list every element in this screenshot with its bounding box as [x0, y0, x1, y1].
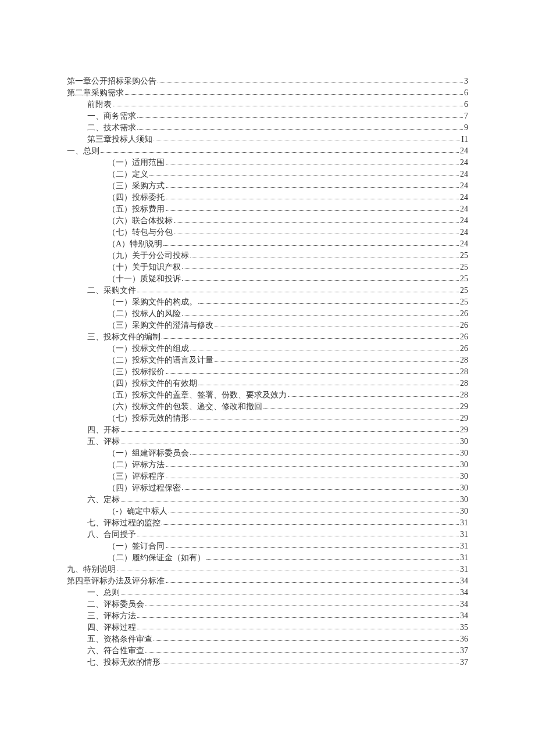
toc-entry-label: （四）投标委托: [108, 192, 165, 203]
toc-entry[interactable]: 二、采购文件25: [67, 285, 468, 296]
toc-entry[interactable]: （四）投标委托24: [67, 192, 468, 203]
toc-container: 第一章公开招标采购公告3第二章采购需求6前附表6一、商务需求7二、技术需求9第三…: [67, 76, 468, 668]
toc-entry[interactable]: （-）确定中标人30: [67, 506, 468, 517]
toc-entry[interactable]: 五、评标30: [67, 436, 468, 447]
toc-entry-label: （二）评标方法: [108, 459, 165, 471]
toc-entry-page: 30: [460, 471, 468, 482]
toc-entry[interactable]: 六、符合性审查37: [67, 645, 468, 657]
toc-entry-label: （-）确定中标人: [108, 506, 167, 517]
toc-entry-page: 24: [460, 192, 468, 203]
toc-entry-page: 36: [460, 633, 468, 645]
toc-entry[interactable]: 一、商务需求7: [67, 110, 468, 122]
toc-entry-label: 五、资格条件审查: [87, 633, 152, 645]
toc-entry[interactable]: （十）关于知识产权25: [67, 261, 468, 273]
toc-entry[interactable]: 一、总则24: [67, 145, 468, 157]
toc-entry[interactable]: 四、开标29: [67, 424, 468, 436]
toc-entry[interactable]: 六、定标30: [67, 494, 468, 506]
toc-entry[interactable]: 八、合同授予31: [67, 529, 468, 540]
toc-leader-dots: [121, 500, 459, 501]
toc-entry[interactable]: （A）特别说明24: [67, 238, 468, 250]
toc-entry[interactable]: 二、技术需求9: [67, 122, 468, 134]
toc-entry-label: （七）转包与分包: [108, 227, 173, 238]
toc-entry[interactable]: （六）投标文件的包装、递交、修改和撤回29: [67, 401, 468, 413]
toc-entry-page: 34: [460, 610, 468, 622]
toc-leader-dots: [166, 465, 459, 467]
toc-entry[interactable]: （三）投标报价28: [67, 366, 468, 378]
toc-leader-dots: [166, 210, 459, 211]
toc-entry[interactable]: 七、投标无效的情形37: [67, 657, 468, 668]
toc-entry[interactable]: （二）投标人的风险26: [67, 308, 468, 320]
toc-entry[interactable]: （三）评标程序30: [67, 471, 468, 482]
toc-entry[interactable]: 第四章评标办法及评分标准34: [67, 575, 468, 587]
toc-entry[interactable]: （九）关于分公司投标25: [67, 250, 468, 261]
toc-entry-page: 30: [460, 436, 468, 447]
toc-entry-label: 第二章采购需求: [67, 87, 124, 99]
toc-leader-dots: [182, 489, 459, 490]
toc-entry[interactable]: （二）评标方法30: [67, 459, 468, 471]
toc-entry-page: 28: [460, 366, 468, 378]
toc-entry-page: 28: [460, 389, 468, 401]
toc-entry-label: 五、评标: [87, 436, 120, 447]
toc-leader-dots: [154, 640, 459, 641]
toc-entry[interactable]: 四、评标过程35: [67, 622, 468, 633]
toc-leader-dots: [206, 558, 459, 560]
toc-entry[interactable]: （五）投标文件的盖章、签署、份数、要求及效力28: [67, 389, 468, 401]
toc-entry[interactable]: （三）采购方式24: [67, 180, 468, 192]
toc-entry[interactable]: （五）投标费用24: [67, 203, 468, 215]
toc-leader-dots: [198, 384, 459, 385]
toc-entry[interactable]: （一）投标文件的组成26: [67, 343, 468, 354]
toc-page: 第一章公开招标采购公告3第二章采购需求6前附表6一、商务需求7二、技术需求9第三…: [0, 0, 535, 756]
toc-entry[interactable]: （七）转包与分包24: [67, 227, 468, 238]
toc-leader-dots: [154, 140, 460, 141]
toc-entry-label: 第三章投标人须知: [87, 134, 152, 145]
toc-entry[interactable]: （一）签订合同31: [67, 540, 468, 552]
toc-entry[interactable]: （二）履约保证金（如有）31: [67, 552, 468, 564]
toc-entry[interactable]: （二）定义24: [67, 169, 468, 180]
toc-entry-page: 29: [460, 424, 468, 436]
toc-leader-dots: [149, 175, 459, 176]
toc-entry[interactable]: 五、资格条件审查36: [67, 633, 468, 645]
toc-entry-page: 34: [460, 575, 468, 587]
toc-entry[interactable]: （七）投标无效的情形29: [67, 413, 468, 424]
toc-entry-page: 25: [460, 273, 468, 285]
toc-leader-dots: [174, 233, 459, 234]
toc-entry-page: 24: [460, 238, 468, 250]
toc-leader-dots: [101, 152, 459, 153]
toc-entry[interactable]: 前附表6: [67, 99, 468, 110]
toc-entry-page: 30: [460, 506, 468, 517]
toc-leader-dots: [125, 94, 463, 95]
toc-entry[interactable]: 三、投标文件的编制26: [67, 331, 468, 343]
toc-entry-label: 七、投标无效的情形: [87, 657, 160, 668]
toc-entry-page: 35: [460, 622, 468, 633]
toc-entry-label: 二、技术需求: [87, 122, 136, 134]
toc-entry[interactable]: （三）采购文件的澄清与修改26: [67, 320, 468, 331]
toc-entry[interactable]: （一）组建评标委员会30: [67, 447, 468, 459]
toc-entry[interactable]: 一、总则34: [67, 587, 468, 599]
toc-entry[interactable]: （六）联合体投标24: [67, 215, 468, 227]
toc-entry-label: 三、评标方法: [87, 610, 136, 622]
toc-entry-label: 八、合同授予: [87, 529, 136, 540]
toc-entry-page: 7: [464, 110, 468, 122]
toc-entry[interactable]: （四）评标过程保密30: [67, 482, 468, 494]
toc-entry[interactable]: （二）投标文件的语言及计量28: [67, 354, 468, 366]
toc-entry[interactable]: （四）投标文件的有效期28: [67, 378, 468, 389]
toc-entry[interactable]: （十一）质疑和投诉25: [67, 273, 468, 285]
toc-entry-label: 九、特别说明: [67, 564, 116, 575]
toc-entry[interactable]: 九、特别说明31: [67, 564, 468, 575]
toc-entry[interactable]: 三、评标方法34: [67, 610, 468, 622]
toc-entry[interactable]: 二、评标委员会34: [67, 599, 468, 610]
toc-entry[interactable]: （一）适用范围24: [67, 157, 468, 169]
toc-entry[interactable]: 第二章采购需求6: [67, 87, 468, 99]
toc-entry-page: 24: [460, 215, 468, 227]
toc-entry[interactable]: 七、评标过程的监控31: [67, 517, 468, 529]
toc-entry-page: 30: [460, 459, 468, 471]
toc-entry-page: 31: [460, 564, 468, 575]
toc-entry-label: （一）投标文件的组成: [108, 343, 189, 354]
toc-entry-label: （二）定义: [108, 169, 148, 180]
toc-entry[interactable]: 第一章公开招标采购公告3: [67, 76, 468, 87]
toc-leader-dots: [263, 407, 459, 409]
toc-entry-label: （九）关于分公司投标: [108, 250, 189, 261]
toc-leader-dots: [117, 570, 459, 571]
toc-entry[interactable]: （一）采购文件的构成。25: [67, 296, 468, 308]
toc-entry[interactable]: 第三章投标人须知I1: [67, 134, 468, 145]
